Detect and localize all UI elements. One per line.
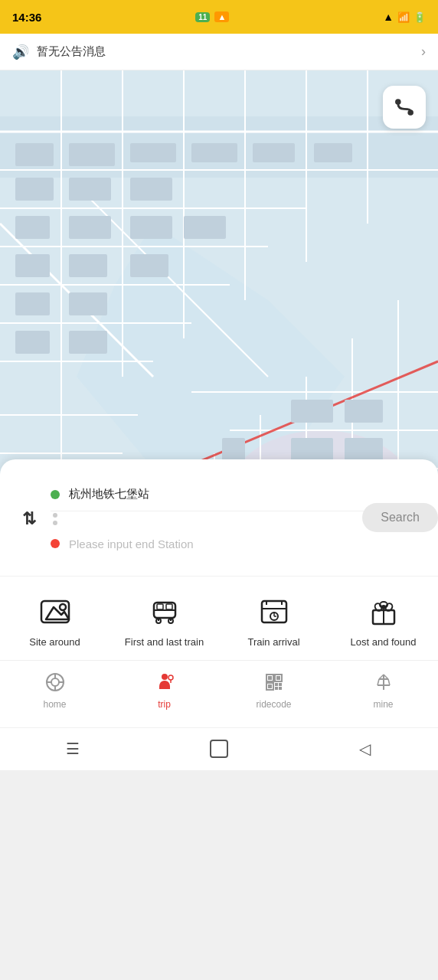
status-time: 14:36	[12, 11, 41, 24]
status-bar: 14:36 11 ▲ ▲ 📶 🔋	[0, 0, 438, 34]
svg-rect-99	[268, 676, 272, 680]
ridecode-nav-icon	[260, 668, 288, 696]
action-lost-and-found-label: Lost and found	[350, 636, 416, 649]
svg-rect-48	[15, 292, 50, 315]
svg-line-111	[378, 679, 379, 685]
svg-rect-36	[253, 143, 295, 162]
svg-line-112	[388, 679, 390, 685]
system-home-button[interactable]	[202, 732, 236, 766]
announcement-arrow-icon: ›	[421, 44, 426, 60]
svg-rect-35	[191, 143, 237, 162]
svg-rect-101	[276, 676, 280, 680]
train-arrival-icon-wrap	[254, 592, 294, 632]
end-station-placeholder: Please input end Station	[69, 537, 194, 550]
nav-home-label: home	[43, 699, 66, 710]
svg-rect-50	[15, 331, 50, 354]
first-last-train-icon	[148, 595, 181, 629]
svg-rect-32	[15, 143, 54, 166]
announcement-bar[interactable]: 🔊 暂无公告消息 ›	[0, 34, 438, 70]
svg-rect-38	[15, 178, 54, 201]
menu-icon: ☰	[66, 740, 80, 758]
circle-home-icon	[210, 740, 228, 758]
home-nav-icon	[41, 668, 69, 696]
svg-rect-40	[130, 178, 172, 201]
nav-trip-label: trip	[158, 699, 171, 710]
svg-rect-105	[279, 683, 282, 686]
svg-rect-75	[166, 604, 172, 609]
svg-rect-42	[69, 216, 111, 239]
svg-rect-33	[69, 143, 115, 166]
svg-rect-34	[130, 143, 176, 162]
svg-rect-53	[345, 400, 383, 423]
svg-rect-41	[15, 216, 50, 239]
nav-trip[interactable]: trip	[110, 668, 219, 710]
svg-rect-52	[291, 400, 333, 423]
trip-nav-icon	[151, 668, 178, 696]
svg-rect-37	[314, 143, 352, 162]
nav-home[interactable]: home	[0, 668, 110, 710]
action-train-arrival[interactable]: Train arrival	[219, 589, 328, 652]
svg-rect-39	[69, 178, 111, 201]
back-arrow-icon: ◁	[359, 740, 371, 758]
lost-and-found-icon	[367, 595, 400, 629]
start-station-name: 杭州地铁七堡站	[69, 487, 149, 501]
nav-mine[interactable]: mine	[328, 668, 438, 710]
map-area[interactable]: ⇅ 杭州地铁七堡站 Please	[0, 70, 438, 576]
end-station-row[interactable]: Please input end Station	[51, 527, 423, 560]
action-site-around-label: Site around	[29, 636, 80, 649]
train-arrival-icon	[257, 595, 291, 629]
search-card: ⇅ 杭州地铁七堡站 Please	[0, 459, 438, 576]
svg-point-96	[168, 675, 173, 680]
swap-icon: ⇅	[22, 509, 36, 529]
signal-icon: 📶	[397, 11, 410, 23]
announcement-text: 暂无公告消息	[37, 44, 421, 59]
first-last-train-icon-wrap	[145, 592, 185, 632]
search-button[interactable]: Search	[362, 503, 438, 532]
battery-icon: 🔋	[413, 11, 426, 23]
svg-rect-46	[69, 254, 107, 277]
wifi-icon: ▲	[383, 11, 394, 23]
site-around-icon	[38, 595, 72, 629]
swap-button[interactable]: ⇅	[15, 498, 43, 541]
bottom-nav: home trip	[0, 660, 438, 727]
svg-point-88	[381, 605, 386, 609]
site-around-icon-wrap	[35, 592, 75, 632]
warning-icon: ▲	[214, 11, 229, 22]
action-first-last-train[interactable]: First and last train	[110, 589, 219, 652]
stations-and-search: ⇅ 杭州地铁七堡站 Please	[15, 478, 423, 560]
action-site-around[interactable]: Site around	[0, 589, 110, 652]
svg-rect-51	[69, 331, 107, 354]
speaker-icon: 🔊	[12, 44, 29, 60]
status-icons: 11 ▲	[195, 11, 229, 22]
route-button[interactable]	[383, 86, 426, 129]
lost-and-found-icon-wrap	[364, 592, 404, 632]
svg-rect-43	[130, 216, 172, 239]
svg-rect-55	[345, 438, 383, 461]
notification-badge: 11	[195, 12, 210, 22]
end-dot-icon	[51, 539, 60, 548]
nav-ridecode[interactable]: ridecode	[219, 668, 328, 710]
nav-ridecode-label: ridecode	[256, 699, 291, 710]
svg-rect-106	[275, 687, 278, 690]
svg-rect-49	[69, 292, 107, 315]
action-first-last-train-label: First and last train	[125, 636, 204, 649]
svg-rect-104	[275, 683, 278, 686]
svg-point-67	[60, 604, 66, 610]
system-menu-button[interactable]: ☰	[56, 732, 90, 766]
svg-rect-103	[268, 684, 272, 688]
start-dot-icon	[51, 490, 60, 499]
svg-rect-44	[184, 216, 226, 239]
status-right: ▲ 📶 🔋	[383, 11, 426, 23]
svg-point-90	[51, 678, 59, 686]
svg-rect-74	[157, 604, 163, 609]
action-lost-and-found[interactable]: Lost and found	[328, 589, 438, 652]
mine-nav-icon	[370, 668, 397, 696]
nav-mine-label: mine	[373, 699, 393, 710]
svg-rect-54	[291, 438, 333, 461]
svg-point-95	[162, 674, 168, 680]
svg-rect-45	[15, 254, 50, 277]
svg-rect-107	[279, 687, 282, 690]
system-back-button[interactable]: ◁	[348, 732, 382, 766]
bottom-panel: Site around First and last train	[0, 576, 438, 770]
svg-rect-60	[222, 438, 245, 461]
